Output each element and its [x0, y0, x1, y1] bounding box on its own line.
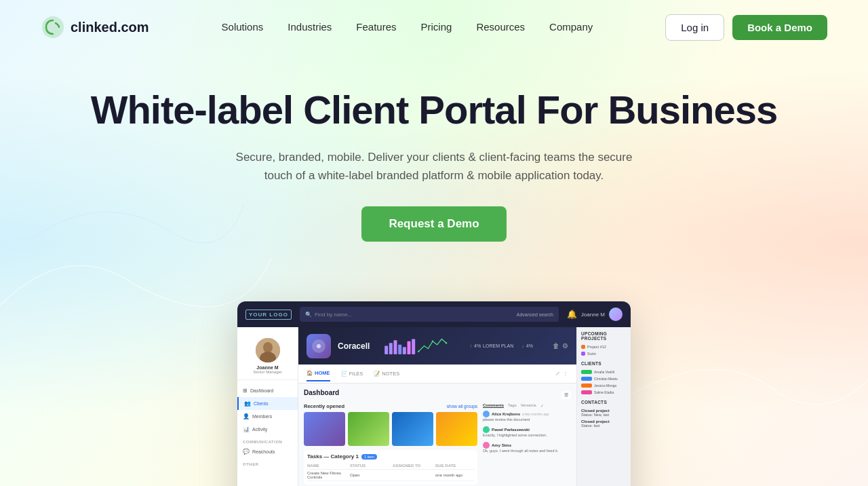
- db-sidebar-members[interactable]: 👤 Members: [237, 410, 298, 423]
- db-tasks-title: Tasks — Category 1: [307, 453, 359, 460]
- db-sidebar: Joanne M Senior Manager ⊞ Dashboard 👥 Cl…: [237, 327, 298, 486]
- db-tasks-section: Tasks — Category 1 1 item NAME STATUS AS…: [304, 450, 477, 485]
- clinked-logo-icon: [41, 15, 65, 39]
- profile-photo: [256, 338, 280, 362]
- db-project-item-1: Project #12: [581, 343, 627, 350]
- dashboard-preview: YOUR LOGO 🔍 Find by name... Advanced sea…: [237, 301, 631, 486]
- db-tab-home[interactable]: 🏠 HOME: [307, 366, 330, 381]
- db-profile-avatar: [256, 338, 280, 362]
- db-project-item-2: Surin: [581, 350, 627, 357]
- db-comment-avatar-2: [483, 426, 490, 433]
- more-icon[interactable]: ⋮: [563, 371, 568, 377]
- home-icon: 🏠: [307, 370, 313, 376]
- nav-industries[interactable]: Industries: [288, 21, 332, 33]
- db-clients-section: CLIENTS Amalia Voehli Christian Meets Je…: [581, 361, 627, 396]
- nav-company[interactable]: Company: [549, 21, 593, 33]
- notes-icon: 📝: [374, 371, 380, 377]
- db-sidebar-members-label: Members: [252, 414, 272, 419]
- nav-pricing[interactable]: Pricing: [421, 21, 452, 33]
- nav-features[interactable]: Features: [356, 21, 396, 33]
- db-tab-comments[interactable]: Comments: [483, 403, 504, 408]
- login-button[interactable]: Log in: [665, 14, 724, 41]
- clients-icon: 👥: [244, 400, 251, 407]
- expand-icon[interactable]: ⤢: [555, 371, 560, 377]
- db-tab-notes[interactable]: 📝 NOTES: [374, 367, 399, 381]
- svg-rect-8: [394, 340, 397, 354]
- request-demo-button[interactable]: Request a Demo: [361, 206, 506, 242]
- db-settings-bar: ☰: [561, 391, 571, 399]
- db-table-header-row: NAME STATUS ASSIGNED TO DUE DATE: [307, 462, 474, 470]
- logo[interactable]: clinked.com: [41, 15, 149, 39]
- db-tabbar: 🏠 HOME 📄 FILES 📝 NOTES ⤢ ⋮: [298, 364, 576, 384]
- db-other-section: OTHER: [237, 458, 298, 468]
- db-tab-tags[interactable]: Tags: [508, 403, 517, 408]
- db-tasks-header: Tasks — Category 1 1 item: [307, 453, 474, 460]
- svg-rect-10: [403, 347, 406, 354]
- db-comments-panel: Comments Tags Versions ✓ Alice Krejbons …: [483, 403, 571, 485]
- dashboard-icon: ⊞: [243, 388, 248, 394]
- settings-icon[interactable]: ⚙: [562, 342, 568, 350]
- hero-section: White-label Client Portal For Business S…: [0, 54, 868, 262]
- db-closed-2: Closed project Status: last: [581, 418, 627, 429]
- db-card-2[interactable]: [348, 412, 389, 446]
- nav-solutions[interactable]: Solutions: [222, 21, 264, 33]
- db-client-item-2: Christian Meets: [581, 375, 627, 382]
- db-tab-check[interactable]: ✓: [540, 403, 544, 408]
- search-icon: 🔍: [305, 312, 312, 318]
- book-demo-button[interactable]: Book a Demo: [732, 15, 827, 40]
- db-communication-section: COMMUNICATION: [237, 436, 298, 445]
- nav-resources[interactable]: Resources: [476, 21, 525, 33]
- db-section-header: Recently opened show all groups: [304, 403, 477, 409]
- db-tab-files[interactable]: 📄 FILES: [341, 367, 363, 381]
- db-sidebar-reachouts[interactable]: 💬 Reachouts: [237, 445, 298, 458]
- db-client-banner: Coracell: [298, 327, 576, 364]
- db-client-item-1: Amalia Voehli: [581, 369, 627, 375]
- svg-rect-11: [408, 341, 411, 354]
- trash-icon[interactable]: 🗑: [553, 342, 559, 350]
- db-sidebar-activity-label: Activity: [252, 427, 267, 432]
- db-client-name: Coracell: [338, 341, 370, 351]
- db-profile-name: Joanne M: [240, 365, 295, 370]
- db-sidebar-clients-label: Clients: [254, 401, 268, 406]
- db-closed-1: Closed project Status: New, last: [581, 407, 627, 418]
- navbar: clinked.com Solutions Industries Feature…: [0, 0, 868, 54]
- nav-actions: Log in Book a Demo: [665, 14, 827, 41]
- db-sidebar-reachouts-label: Reachouts: [252, 449, 275, 454]
- db-card-4[interactable]: [436, 412, 477, 446]
- db-contacts-section: CONTACTS Closed project Status: New, las…: [581, 400, 627, 429]
- db-search-bar[interactable]: 🔍 Find by name... Advanced search: [300, 307, 559, 322]
- bell-icon[interactable]: 🔔: [567, 310, 577, 319]
- db-profile-role: Senior Manager: [240, 370, 295, 374]
- db-user-name: Joanne M: [581, 312, 605, 318]
- db-body: Joanne M Senior Manager ⊞ Dashboard 👥 Cl…: [237, 327, 631, 486]
- db-card-3[interactable]: [392, 412, 433, 446]
- svg-point-13: [418, 351, 420, 353]
- logo-text: clinked.com: [71, 20, 149, 35]
- db-tab-versions[interactable]: Versions: [521, 403, 536, 408]
- db-profile: Joanne M Senior Manager: [237, 333, 298, 380]
- db-sidebar-dashboard-label: Dashboard: [250, 388, 273, 393]
- activity-icon: 📊: [243, 426, 250, 432]
- db-client-logo: [307, 334, 331, 358]
- db-sparkline-chart: [382, 334, 450, 358]
- db-tasks-badge: 1 item: [361, 454, 377, 460]
- db-advanced-search: Advanced search: [517, 312, 553, 317]
- hero-subtitle: Secure, branded, mobile. Deliver your cl…: [224, 148, 644, 185]
- db-sidebar-activity[interactable]: 📊 Activity: [237, 423, 298, 436]
- db-comment-3: Amy Sims Ok, guys. I went through all no…: [483, 442, 571, 454]
- files-icon: 📄: [341, 371, 347, 377]
- db-card-1[interactable]: [304, 412, 345, 446]
- db-user-avatar: [609, 307, 623, 321]
- db-tab-actions: ⤢ ⋮: [555, 371, 568, 377]
- db-content: Dashboard ☰ Recently opened show all gro…: [298, 384, 576, 486]
- db-logo-area: YOUR LOGO: [245, 310, 292, 320]
- db-show-all-link[interactable]: show all groups: [447, 404, 477, 409]
- db-recently-section: Recently opened show all groups: [304, 403, 571, 485]
- client-logo-icon: [311, 338, 327, 354]
- db-client-item-4: Saline Eladia: [581, 389, 627, 396]
- db-content-title: Dashboard: [304, 389, 339, 396]
- db-task-row[interactable]: Create New Fibres Controls Open one mont…: [307, 470, 474, 481]
- db-sidebar-dashboard[interactable]: ⊞ Dashboard: [237, 384, 298, 397]
- db-sidebar-clients[interactable]: 👥 Clients: [237, 397, 298, 410]
- db-right-sidebar: UPCOMING PROJECTS Project #12 Surin CLIE…: [576, 327, 631, 486]
